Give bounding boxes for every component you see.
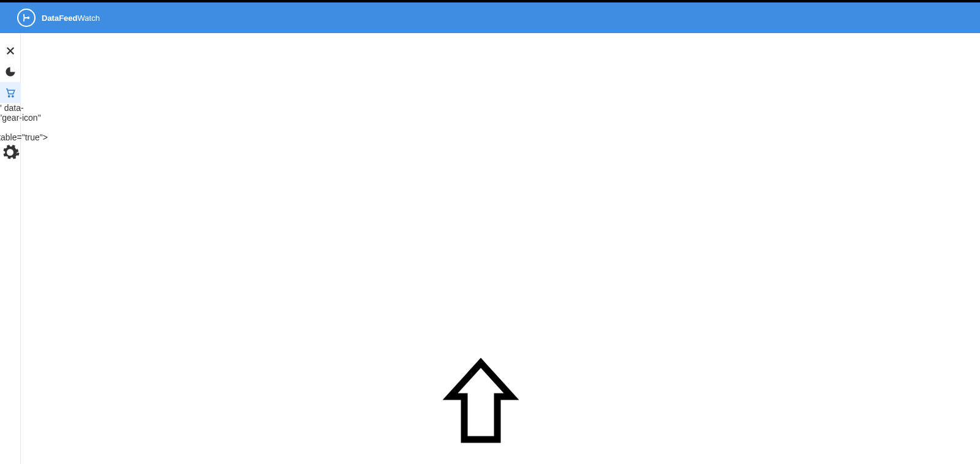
- app-header: DataFeedWatch: [0, 2, 980, 33]
- svg-point-0: [28, 17, 29, 18]
- svg-point-1: [8, 96, 9, 97]
- close-icon[interactable]: [0, 40, 21, 61]
- brand-name: DataFeedWatch: [42, 13, 100, 23]
- pie-chart-icon[interactable]: [0, 61, 21, 82]
- logo-icon: [17, 9, 36, 27]
- svg-point-2: [12, 96, 13, 97]
- cart-icon[interactable]: [0, 82, 21, 103]
- iconbar: ="iitem" data-name="gear-icon" data-inte…: [0, 33, 21, 464]
- brand-logo[interactable]: DataFeedWatch: [17, 9, 100, 27]
